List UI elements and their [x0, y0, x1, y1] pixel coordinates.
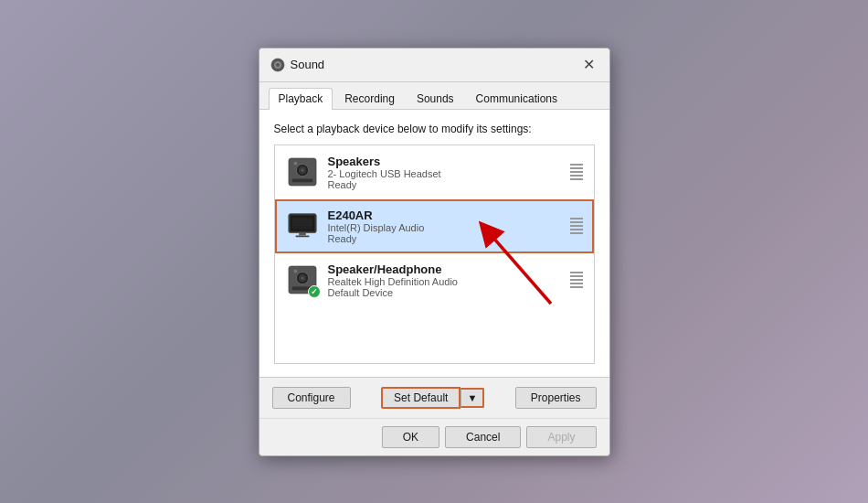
cancel-button[interactable]: Cancel — [445, 426, 521, 448]
configure-button[interactable]: Configure — [272, 387, 351, 409]
svg-point-2 — [276, 63, 280, 67]
svg-rect-12 — [295, 235, 309, 237]
device-sub-e240ar: Intel(R) Display Audio — [328, 222, 561, 233]
device-status-speakers: Ready — [328, 179, 561, 190]
ok-button[interactable]: OK — [382, 426, 439, 448]
drag-handle-e240ar — [570, 218, 583, 234]
device-name-speaker-headphone: Speaker/Headphone — [328, 262, 561, 276]
tab-playback[interactable]: Playback — [269, 88, 333, 110]
device-sub-speakers: 2- Logitech USB Headset — [328, 168, 561, 179]
apply-button[interactable]: Apply — [526, 426, 596, 448]
drag-handle-speakers — [570, 164, 583, 180]
monitor-device-icon — [286, 209, 319, 242]
svg-rect-13 — [291, 218, 312, 230]
set-default-dropdown-button[interactable]: ▼ — [460, 388, 484, 408]
instruction-text: Select a playback device below to modify… — [274, 123, 595, 135]
device-item-speaker-headphone[interactable]: ✓ Speaker/Headphone Realtek High Definit… — [275, 253, 594, 307]
default-device-icon: ✓ — [286, 263, 319, 296]
dialog-title: Sound — [291, 58, 325, 71]
svg-point-20 — [301, 276, 304, 280]
sound-dialog: Sound ✕ Playback Recording Sounds Commun… — [259, 48, 610, 456]
tab-sounds[interactable]: Sounds — [407, 88, 464, 109]
device-list: Speakers 2- Logitech USB Headset Ready — [274, 144, 595, 364]
svg-rect-11 — [299, 233, 306, 236]
svg-point-22 — [293, 270, 297, 273]
device-item-speakers[interactable]: Speakers 2- Logitech USB Headset Ready — [275, 145, 594, 199]
device-name-speakers: Speakers — [328, 155, 561, 168]
device-info-e240ar: E240AR Intel(R) Display Audio Ready — [328, 209, 561, 244]
title-bar-left: Sound — [270, 58, 325, 72]
svg-point-8 — [293, 162, 297, 166]
speaker-device-icon — [286, 155, 319, 188]
drag-handle-speaker-headphone — [570, 272, 583, 288]
tab-communications[interactable]: Communications — [466, 88, 567, 109]
title-bar: Sound ✕ — [259, 48, 609, 82]
svg-point-6 — [301, 168, 304, 172]
action-bar: Configure Set Default ▼ Properties — [259, 377, 609, 418]
default-check-icon: ✓ — [308, 285, 321, 298]
device-info-speaker-headphone: Speaker/Headphone Realtek High Definitio… — [328, 262, 561, 298]
device-item-e240ar[interactable]: E240AR Intel(R) Display Audio Ready — [275, 199, 594, 253]
device-status-speaker-headphone: Default Device — [328, 287, 561, 298]
close-button[interactable]: ✕ — [580, 56, 598, 74]
device-status-e240ar: Ready — [328, 233, 561, 244]
svg-rect-7 — [291, 179, 312, 183]
dialog-footer: OK Cancel Apply — [259, 418, 609, 455]
device-name-e240ar: E240AR — [328, 209, 561, 222]
device-sub-speaker-headphone: Realtek High Definition Audio — [328, 276, 561, 287]
set-default-group: Set Default ▼ — [381, 387, 484, 409]
properties-button[interactable]: Properties — [515, 387, 597, 409]
tab-recording[interactable]: Recording — [334, 88, 405, 109]
device-info-speakers: Speakers 2- Logitech USB Headset Ready — [328, 155, 561, 190]
tabs-bar: Playback Recording Sounds Communications — [259, 82, 609, 110]
set-default-button[interactable]: Set Default — [381, 387, 460, 409]
dialog-body: Select a playback device below to modify… — [259, 110, 609, 377]
sound-icon — [270, 58, 285, 72]
